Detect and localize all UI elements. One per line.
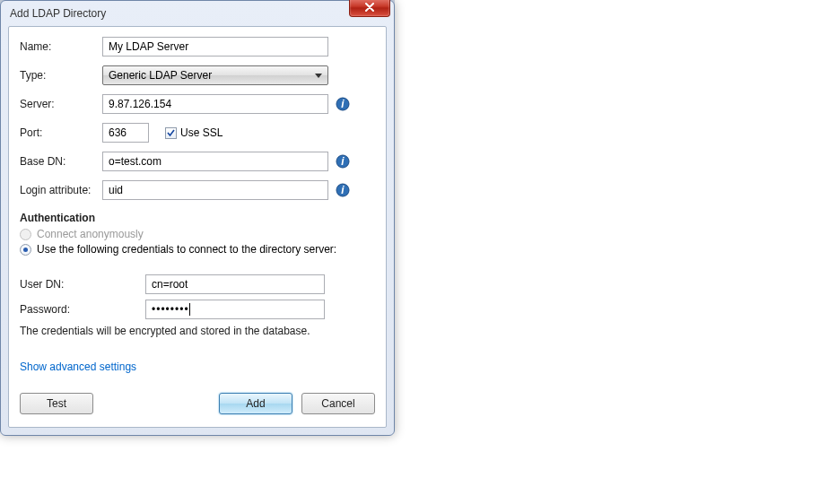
use-ssl-label: Use SSL (180, 126, 223, 139)
login-attribute-input[interactable] (102, 180, 328, 200)
login-attribute-info-icon[interactable]: i (336, 183, 350, 197)
close-icon (364, 3, 375, 12)
type-label: Type: (20, 69, 102, 82)
use-credentials-radio[interactable] (20, 244, 31, 256)
password-input[interactable]: •••••••• (145, 300, 325, 319)
base-dn-info-icon[interactable]: i (336, 154, 350, 169)
add-ldap-directory-dialog: Add LDAP Directory Name: Type: Generic L… (0, 0, 395, 436)
server-label: Server: (20, 98, 102, 110)
check-icon (166, 128, 176, 138)
name-input[interactable] (102, 37, 328, 56)
dialog-title: Add LDAP Directory (10, 7, 106, 20)
dialog-titlebar[interactable]: Add LDAP Directory (1, 1, 394, 26)
connect-anonymously-label: Connect anonymously (37, 228, 144, 240)
add-button[interactable]: Add (219, 393, 292, 414)
port-label: Port: (20, 126, 102, 139)
type-select[interactable]: Generic LDAP Server (102, 65, 328, 85)
test-button[interactable]: Test (20, 393, 93, 414)
close-button[interactable] (349, 0, 390, 17)
connect-anonymously-radio (20, 229, 31, 240)
authentication-section-title: Authentication (20, 212, 375, 224)
show-advanced-settings-link[interactable]: Show advanced settings (20, 361, 136, 373)
name-label: Name: (20, 40, 102, 53)
dialog-body: Name: Type: Generic LDAP Server Server: … (8, 26, 387, 428)
server-info-icon[interactable]: i (336, 97, 350, 111)
use-credentials-label: Use the following credentials to connect… (37, 243, 336, 256)
port-input[interactable] (102, 123, 149, 143)
server-input[interactable] (102, 94, 328, 114)
base-dn-input[interactable] (102, 152, 328, 171)
credentials-note: The credentials will be encrypted and st… (20, 325, 375, 337)
use-ssl-checkbox[interactable] (165, 127, 177, 139)
user-dn-label: User DN: (20, 278, 145, 291)
radio-dot-icon (23, 248, 28, 252)
chevron-down-icon (315, 74, 322, 78)
base-dn-label: Base DN: (20, 155, 102, 168)
user-dn-input[interactable] (145, 274, 325, 294)
login-attribute-label: Login attribute: (20, 184, 102, 196)
type-select-value: Generic LDAP Server (109, 69, 212, 82)
text-caret (189, 303, 190, 316)
cancel-button[interactable]: Cancel (301, 393, 375, 414)
password-label: Password: (20, 303, 145, 316)
